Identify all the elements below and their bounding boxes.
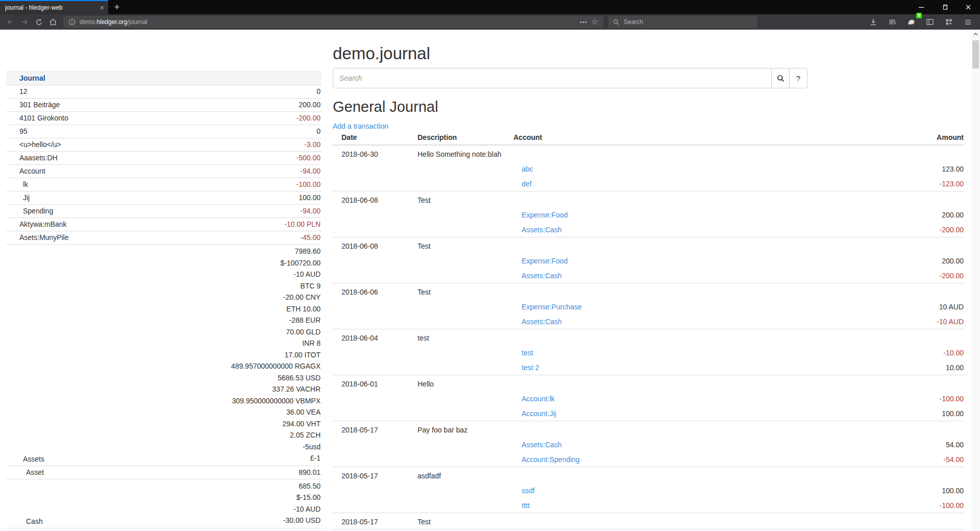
posting-account-link[interactable]: tttt: [522, 500, 530, 511]
posting-account-link[interactable]: test: [522, 348, 533, 358]
search-help-button[interactable]: ?: [789, 68, 807, 88]
account-balance: -500.00: [297, 153, 321, 163]
apps-grid-button[interactable]: [942, 15, 956, 29]
account-balance: -94.00: [300, 166, 321, 176]
account-name-link[interactable]: <u>hello</u>: [6, 139, 61, 150]
sidebar-account-row[interactable]: Account-94.00: [6, 164, 322, 178]
transaction-row[interactable]: 2018-06-08TestExpense:Food200.00Assets:C…: [333, 191, 964, 237]
close-window-button[interactable]: [957, 0, 980, 14]
account-name-link[interactable]: 4101 Girokonto: [6, 113, 68, 123]
transaction-row[interactable]: 2018-05-17Pay foo bar bazAssets:Cash54.0…: [333, 421, 964, 467]
sidebar-account-row[interactable]: 120: [6, 85, 322, 98]
account-balance: 890.01: [299, 467, 321, 477]
sidebar-account-row[interactable]: 4101 Girokonto-200.00: [6, 111, 322, 125]
menu-button[interactable]: [961, 15, 975, 29]
account-name-link[interactable]: Assets: [6, 454, 44, 464]
tab-close-icon[interactable]: ×: [100, 4, 104, 11]
sidebar-account-row[interactable]: Spending-94.00: [6, 204, 322, 218]
sidebar-account-row[interactable]: <u>hello</u>-3.00: [6, 138, 322, 151]
sidebar-account-row[interactable]: Assets7989.60$-100720.00-10 AUDBTC 9-20.…: [6, 244, 322, 466]
posting-account-link[interactable]: Account:Spending: [522, 454, 580, 465]
account-name-link[interactable]: Cash: [6, 516, 43, 526]
transaction-row[interactable]: 2018-06-01HelloAccount:lk-100.00Account:…: [333, 375, 964, 421]
account-name-link[interactable]: Asset: [6, 467, 44, 477]
account-name-link[interactable]: Aktywa:mBank: [6, 219, 67, 229]
journal-search-input[interactable]: [333, 68, 772, 88]
new-tab-button[interactable]: +: [108, 0, 126, 14]
sidebar-account-row[interactable]: 301 Beiträge200.00: [6, 98, 322, 111]
account-name-link[interactable]: 301 Beiträge: [6, 100, 60, 110]
transaction-row[interactable]: 2018-06-30Hello Something note:blahabc12…: [333, 146, 964, 191]
posting-account-link[interactable]: ssdf: [522, 486, 535, 496]
account-name-link[interactable]: 95: [6, 126, 28, 136]
site-info-icon[interactable]: [68, 18, 76, 26]
restore-button[interactable]: [933, 0, 957, 14]
posting-row: abc123.00: [333, 164, 964, 174]
posting-account-link[interactable]: Expense:Purchase: [522, 302, 582, 312]
balance-amount: INR 8: [231, 337, 321, 349]
posting-account-link[interactable]: Expense:Food: [522, 256, 568, 266]
sidebar-account-row[interactable]: 950: [6, 125, 322, 138]
posting-account-link[interactable]: test 2: [522, 363, 539, 373]
add-transaction-link[interactable]: Add a transaction: [333, 122, 388, 130]
sidebar-account-row[interactable]: Aktywa:mBank-10.00 PLN: [6, 218, 322, 231]
bookmark-star-icon[interactable]: ☆: [592, 17, 598, 27]
transaction-row[interactable]: 2018-05-17Test: [333, 513, 964, 529]
sidebar-account-row[interactable]: lk-100.00: [6, 178, 322, 191]
journal-link[interactable]: Journal: [6, 73, 45, 83]
account-name-link[interactable]: lk: [6, 179, 28, 189]
journal-search-button[interactable]: [771, 68, 790, 88]
url-text[interactable]: demo.hledger.org/journal: [80, 18, 576, 26]
sidebar-journal-row[interactable]: Journal: [6, 71, 322, 85]
account-name-link[interactable]: Spending: [6, 206, 53, 216]
url-bar[interactable]: demo.hledger.org/journal ••• ☆: [63, 16, 603, 28]
home-button[interactable]: [46, 15, 60, 29]
toolbar-right-icons: 0: [866, 15, 977, 29]
transaction-summary: 2018-06-01Hello: [333, 379, 964, 389]
browser-tab[interactable]: journal - hledger-web ×: [0, 0, 108, 14]
posting-account-link[interactable]: Assets:Cash: [522, 271, 562, 281]
posting-account-link[interactable]: def: [522, 179, 531, 189]
minimize-button[interactable]: [910, 0, 933, 14]
sidebar-account-row[interactable]: Asset890.01: [6, 466, 322, 479]
transaction-date: 2018-06-08: [333, 241, 418, 251]
posting-account-link[interactable]: Assets:Cash: [522, 317, 562, 327]
transaction-row[interactable]: 2018-06-08TestExpense:Food200.00Assets:C…: [333, 237, 964, 283]
posting-account-link[interactable]: Account:Jij: [522, 408, 556, 419]
sidebar-account-row[interactable]: Aaasets:DH-500.00: [6, 151, 322, 164]
privacy-extension-button[interactable]: 0: [904, 15, 918, 29]
transaction-description: Test: [418, 241, 513, 251]
transaction-row[interactable]: 2018-06-04testtest-10.00test 210.00: [333, 329, 964, 375]
scrollbar-thumb[interactable]: [972, 40, 979, 68]
account-name-link[interactable]: Jij: [6, 192, 30, 203]
sidebar-account-row[interactable]: Asets:MunyPile-45.00: [6, 231, 322, 244]
posting-account-link[interactable]: Expense:Food: [522, 210, 568, 220]
page-scrollbar[interactable]: [971, 30, 980, 531]
sidebar-account-row[interactable]: Cash685.50$-15.00-10 AUD-30.00 USD: [6, 479, 322, 528]
posting-account-link[interactable]: Assets:Cash: [522, 440, 562, 450]
posting-account-link[interactable]: abc: [522, 164, 533, 174]
posting-account-link[interactable]: Assets:Cash: [522, 225, 562, 235]
account-name-link[interactable]: Account: [6, 166, 45, 176]
downloads-button[interactable]: [866, 15, 880, 29]
transaction-row[interactable]: 2018-05-17asdfadfssdf100.00tttt-100.00: [333, 467, 964, 513]
account-name-link[interactable]: 12: [6, 86, 28, 96]
sidebar-account-row[interactable]: -117.00: [6, 528, 322, 531]
library-button[interactable]: [885, 15, 899, 29]
sidebars-button[interactable]: [923, 15, 937, 29]
forward-button[interactable]: [17, 15, 32, 29]
sidebar-account-row[interactable]: Jij100.00: [6, 191, 322, 204]
chevron-up-icon: [973, 33, 978, 36]
transaction-date: 2018-06-08: [333, 195, 418, 205]
balance-amount: -200.00: [297, 113, 321, 123]
browser-search-bar[interactable]: Search: [608, 16, 757, 28]
scrollbar-up-button[interactable]: [971, 30, 980, 38]
reload-button[interactable]: [32, 15, 46, 29]
transaction-date: 2018-05-17: [333, 517, 418, 527]
transaction-row[interactable]: 2018-06-06TestExpense:Purchase10 AUDAsse…: [333, 283, 964, 329]
page-actions-icon[interactable]: •••: [580, 19, 587, 25]
account-name-link[interactable]: Asets:MunyPile: [6, 232, 68, 243]
account-name-link[interactable]: Aaasets:DH: [6, 153, 58, 163]
posting-account-link[interactable]: Account:lk: [522, 394, 555, 404]
back-button[interactable]: [3, 15, 17, 29]
